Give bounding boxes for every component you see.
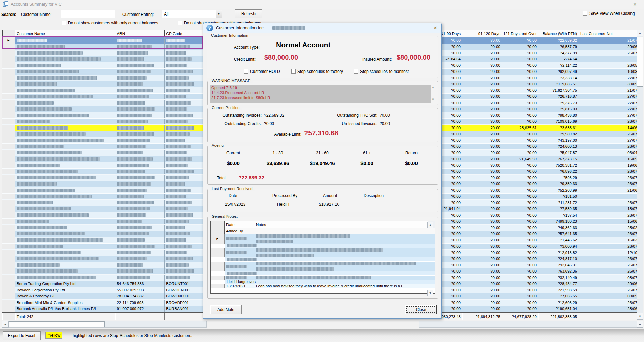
balance-row[interactable]: ?0.00?0.00?0.00-?181.50 [419,194,639,200]
abn-cell[interactable]: 91 007 099 972 [115,306,165,312]
stop-factory-checkbox[interactable] [291,69,296,74]
gp-code-cell[interactable] [165,69,207,75]
customer-name-cell[interactable] [15,212,116,218]
close-icon[interactable]: ✕ [433,25,437,31]
abn-cell[interactable] [115,169,165,175]
abn-cell[interactable] [115,144,165,150]
customer-row[interactable] [2,50,207,56]
customer-row[interactable] [2,181,207,188]
abn-cell[interactable] [115,131,165,137]
row-selector[interactable] [2,212,15,218]
customer-row[interactable] [2,225,207,231]
days-121-over-header[interactable]: 121 Days and Over [502,30,538,37]
abn-cell[interactable] [115,137,165,143]
abn-cell[interactable] [115,200,165,206]
row-selector[interactable] [2,50,15,56]
customer-name-cell[interactable] [15,56,116,62]
row-selector[interactable] [2,62,15,68]
customer-row[interactable] [2,131,207,138]
gp-code-cell[interactable] [165,256,207,262]
customer-name-cell[interactable] [15,194,116,200]
balance-row[interactable]: ?0.00?0.00?0.00?109,015.6926/07 [419,119,639,125]
balance-row[interactable]: ?0.00?0.00?0.00?24,600.1326/07 [419,144,639,150]
customer-row[interactable] [2,156,207,163]
customer-name-cell[interactable] [15,250,116,256]
balance-row[interactable]: ?0.00?0.00?0.00?3,000.9426/07 [419,244,639,250]
customer-row[interactable]: Borun Trading Corporation Pty Ltd54 646 … [2,281,207,287]
note-row-selector[interactable] [211,276,225,280]
balance-row[interactable]: ?0.00?0.00?0.00?520,381.7219/06 [419,162,639,169]
abn-cell[interactable] [115,150,165,156]
row-selector[interactable] [2,119,15,125]
balance-row[interactable]: ?0.00?0.00?0.00?43,197.0027/07 [419,137,639,144]
scroll-down-icon[interactable]: ▼ [431,97,435,102]
gp-code-cell[interactable] [165,144,207,150]
customer-row[interactable] [2,112,207,119]
customer-name-cell[interactable] [15,219,116,225]
note-row[interactable]: ► [211,234,435,244]
row-selector[interactable] [2,293,15,300]
customer-row[interactable] [2,87,207,94]
chevron-down-icon[interactable]: ▼ [216,10,222,18]
note-row[interactable] [211,262,435,271]
balance-row[interactable]: ?0.00?0.00?0.00?5,815.0327/07 [419,106,639,113]
abn-cell[interactable] [115,244,165,250]
gp-code-cell[interactable] [165,169,207,175]
gp-code-cell[interactable] [165,94,207,100]
gp-code-cell[interactable] [165,237,207,243]
abn-cell[interactable]: 54 646 754 836 [115,281,165,287]
row-selector[interactable] [2,231,15,237]
gp-code-cell[interactable]: BOWDEN001 [165,287,207,293]
customer-name-cell[interactable] [15,268,116,275]
balance-row[interactable]: ?0.00?0.00?0.00?52,208.9921/06 [419,187,639,194]
balance-row[interactable]: ?0.00?0.00?0.00?499,180.2315/06 [419,219,639,225]
customer-row[interactable] [2,106,207,113]
abn-cell[interactable] [115,175,165,181]
close-window-icon[interactable]: ✕ [628,0,642,9]
customer-name-cell[interactable] [15,106,116,112]
customer-name-cell[interactable] [15,262,116,268]
filter-current-checkbox[interactable] [62,21,66,25]
balance-row[interactable]: ?0.00?0.00?0.00?92,046.3126/07 [419,262,639,268]
gp-code-cell[interactable] [165,162,207,168]
balance-row[interactable]: ?0.00?0.00?0.00?598.2926/07 [419,175,639,181]
abn-cell[interactable] [115,206,165,212]
customer-name-cell[interactable] [15,62,116,68]
scroll-right-icon[interactable]: ► [637,321,643,328]
gp-code-cell[interactable] [165,137,207,143]
notes-notes-header[interactable]: Notes [254,221,428,228]
customer-name-cell[interactable] [15,181,116,187]
customer-name-cell[interactable]: Bowen & Pomeroy P/L [15,293,116,300]
balance-row[interactable]: ?0.00?0.00?0.00?6,537.7929/06 [419,44,639,50]
balance-row[interactable]: ?0.00?0.00?0.00?63,692.3626/07 [419,268,639,275]
customer-row[interactable] [2,212,207,219]
gp-code-cell[interactable] [165,231,207,237]
abn-cell[interactable] [115,75,165,81]
gp-code-cell[interactable]: BORUNT001 [165,281,207,287]
save-view-checkbox[interactable] [583,11,587,16]
row-selector[interactable] [2,225,15,231]
gp-code-cell[interactable] [165,200,207,206]
customer-name-cell[interactable] [15,175,116,181]
row-selector[interactable] [2,75,15,81]
horizontal-scrollbar-right[interactable] [419,321,643,328]
row-selector[interactable] [2,144,15,150]
note-row-selector[interactable]: ► [211,234,225,244]
abn-cell[interactable] [115,119,165,125]
customer-row[interactable] [2,119,207,125]
note-row-selector[interactable] [211,262,225,271]
gp-code-cell[interactable] [165,175,207,181]
row-selector[interactable] [2,56,15,62]
gp-code-cell[interactable] [165,194,207,200]
customer-name-cell[interactable] [15,125,116,131]
gp-code-cell[interactable] [165,131,207,137]
gp-code-cell[interactable] [165,250,207,256]
add-note-button[interactable]: Add Note [210,305,242,314]
customer-row[interactable] [2,256,207,262]
days-91-120-header[interactable]: 91-120 Days [462,30,502,37]
row-selector[interactable] [2,194,15,200]
customer-name-cell[interactable]: Bowden Corporation Pty Ltd [15,287,116,293]
customer-name-cell[interactable] [15,144,116,150]
customer-name-cell[interactable] [15,150,116,156]
abn-cell[interactable] [115,81,165,87]
